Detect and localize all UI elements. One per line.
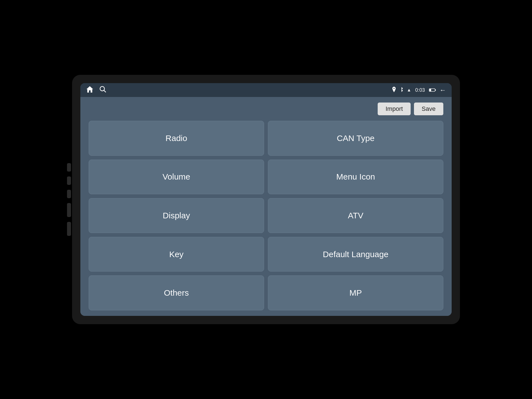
side-button-volume-down[interactable] <box>67 222 71 236</box>
time-display: 0:03 <box>415 87 426 93</box>
save-button[interactable]: Save <box>414 103 443 115</box>
home-icon[interactable] <box>86 86 94 94</box>
svg-marker-0 <box>86 86 93 93</box>
status-bar-right: ▲ 0:03 ← <box>392 86 446 94</box>
svg-line-2 <box>104 90 106 92</box>
svg-rect-5 <box>429 89 431 91</box>
nav-icons <box>86 86 106 94</box>
menu-item-can-type[interactable]: CAN Type <box>268 121 443 156</box>
menu-item-others[interactable]: Others <box>89 275 264 310</box>
menu-item-menu-icon[interactable]: Menu Icon <box>268 160 443 195</box>
battery-icon <box>429 87 436 93</box>
side-button-back[interactable] <box>67 190 71 198</box>
import-button[interactable]: Import <box>378 103 410 115</box>
menu-item-atv[interactable]: ATV <box>268 198 443 233</box>
menu-item-key[interactable]: Key <box>89 237 264 272</box>
menu-item-radio[interactable]: Radio <box>89 121 264 156</box>
side-buttons <box>67 163 71 236</box>
action-bar: Import Save <box>89 103 443 115</box>
menu-grid: Radio CAN Type Volume Menu Icon Display … <box>89 121 443 310</box>
side-button-home[interactable] <box>67 177 71 185</box>
back-arrow-icon[interactable]: ← <box>439 86 446 94</box>
screen: ▲ 0:03 ← Import Save <box>80 83 452 316</box>
status-bar: ▲ 0:03 ← <box>80 83 452 97</box>
device-bezel: ▲ 0:03 ← Import Save <box>72 75 460 324</box>
side-button-power[interactable] <box>67 163 71 172</box>
side-button-volume-up[interactable] <box>67 203 71 217</box>
main-content: Import Save Radio CAN Type Volume Menu I… <box>80 97 452 316</box>
menu-item-default-language[interactable]: Default Language <box>268 237 443 272</box>
search-icon[interactable] <box>99 86 106 94</box>
bluetooth-icon <box>400 87 403 94</box>
location-icon <box>392 87 396 94</box>
signal-bars: ▲ <box>407 88 411 93</box>
menu-item-mp[interactable]: MP <box>268 275 443 310</box>
svg-point-1 <box>100 86 104 91</box>
menu-item-volume[interactable]: Volume <box>89 160 264 195</box>
svg-rect-4 <box>435 89 436 91</box>
menu-item-display[interactable]: Display <box>89 198 264 233</box>
